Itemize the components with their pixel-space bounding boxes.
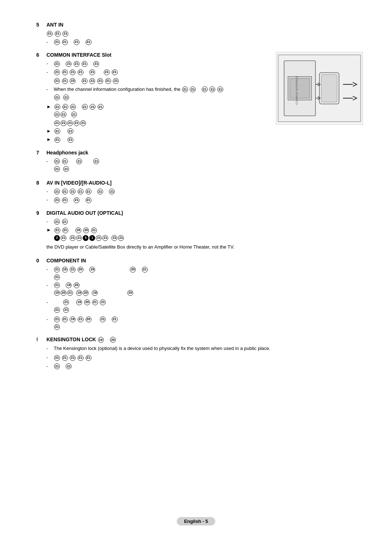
page-footer: English - 5 [0,517,392,525]
bullet-circles: 21 21 19 20 21 [54,226,97,234]
circle-21: 21 [70,235,75,241]
circle-21: 21 [93,61,99,67]
circle-21: 21 [54,197,60,203]
circle-21: 21 [63,94,69,100]
circle-21: 21 [62,104,68,110]
circle-20: 20 [110,337,116,343]
list-item: - 21 21 21 21 21 21 21 [46,188,363,195]
circle-21: 21 [54,112,60,117]
bullet-circles: 21 21 21 [46,30,69,37]
dash: - [46,188,51,195]
arrow: ► [46,226,51,234]
bullet-circles: 21 19 21 20 19 20 21 [54,266,148,273]
section-0: 0 COMPONENT IN - 21 19 21 20 19 20 [36,258,363,330]
section-kensington-title: KENSINGTON LOCK 19 20 [46,337,116,343]
circle-20: 20 [74,282,79,288]
bullet-circles: 21 21 21 21 21 21 21 [54,69,118,76]
circle-21: 21 [54,267,60,273]
svg-rect-3 [290,78,310,98]
bullet-circles: 21 21 21 21 [54,39,92,46]
dash: - [46,282,51,289]
bullet-circles: 21 21 21 21 [54,158,99,165]
circle-21: 21 [217,86,223,92]
circle-21: 21 [86,197,91,203]
circle-21: 21 [105,78,111,84]
circle-21: 21 [82,104,88,110]
circle-21: 21 [66,363,72,369]
circle-21: 21 [80,120,86,126]
circle-21: 21 [82,78,87,84]
section-7: 7 Headphones jack - 21 21 21 21 21 21 [36,150,363,173]
circle-21: 21 [54,69,60,75]
circle-21: 21 [54,166,60,172]
circle-21: 21 [54,128,60,134]
bullet-circles: 21 19 20 21 21 [54,299,106,306]
circle-19: 19 [62,267,68,273]
list-item: 19 20 21 19 20 19 20 [46,290,363,297]
circle-21: 21 [76,158,82,164]
circle-21: 21 [62,31,68,37]
section-0-body: - 21 19 21 20 19 20 21 21 [36,266,363,330]
list-item: - 21 21 [46,363,363,370]
list-item: 21 [46,324,363,330]
section-7-body: - 21 21 21 21 21 21 [36,158,363,173]
dash: - [46,69,51,76]
circle-21: 21 [82,61,87,67]
dash: - [46,354,51,361]
circle-21: 21 [54,324,60,330]
circle-20: 20 [84,299,90,305]
interface-diagram: COMMON INTERFACE [276,52,363,125]
circle-20: 20 [86,317,91,322]
list-item: - 21 21 21 21 [46,158,363,165]
list-item: the DVD player or Cable/Satellite Box di… [46,243,363,251]
dash: - [46,60,51,67]
circle-filled-1: 1 [89,235,95,241]
circle-21: 21 [54,274,60,280]
list-item: 2 21 21 21 5 1 21 21 21 21 [46,235,363,242]
diagram-svg: COMMON INTERFACE [276,52,363,124]
dash: - [46,196,51,203]
circle-21: 21 [62,197,68,203]
footer-badge: English - 5 [177,517,215,525]
circle-21: 21 [62,78,68,84]
circle-21: 21 [113,78,119,84]
bullet-circles: 21 21 19 21 20 21 21 [54,316,118,323]
circle-19: 19 [70,317,75,322]
text-content: When the channel information configurati… [54,86,224,93]
list-item: - 21 19 20 [46,282,363,289]
bullet-circles: 21 21 [54,218,68,225]
circle-21: 21 [55,31,61,37]
list-item: - 21 21 21 21 [46,196,363,203]
circle-21: 21 [112,69,118,75]
circle-21: 21 [54,104,60,110]
bullet-circles: 21 21 [54,128,74,135]
circle-20: 20 [83,290,89,296]
circle-21: 21 [47,31,53,37]
dash: - [46,345,51,352]
circle-21: 21 [54,61,60,67]
list-item: 21 21 23 21 21 21 21 21 [46,77,269,84]
circle-21: 21 [62,219,68,225]
section-5-title: ANT IN [46,22,64,28]
bullet-circles: 21 21 21 21 21 [54,60,99,67]
circle-21: 21 [100,299,106,305]
circle-20: 20 [83,227,89,233]
arrow: ► [46,136,51,143]
list-item: - The Kensington lock (optional) is a de… [46,345,363,352]
circle-21: 21 [62,189,68,194]
circle-21: 21 [102,235,108,241]
circle-21: 21 [62,355,68,361]
circle-21: 21 [89,69,95,75]
circle-21: 21 [96,235,102,241]
section-6: 6 COMMON INTERFACE Slot - 21 21 21 21 21… [36,52,363,143]
circle-19: 19 [89,267,95,273]
section-7-title: Headphones jack [46,150,88,156]
circle-19: 19 [98,337,104,343]
list-item: - 21 21 21 21 21 21 21 [46,69,269,76]
list-item: ► 21 21 [46,136,269,143]
circle-21: 21 [90,104,95,110]
circle-21: 21 [97,189,103,194]
circle-21: 21 [78,317,83,322]
circle-21: 21 [74,120,79,126]
circle-21: 21 [89,78,95,84]
